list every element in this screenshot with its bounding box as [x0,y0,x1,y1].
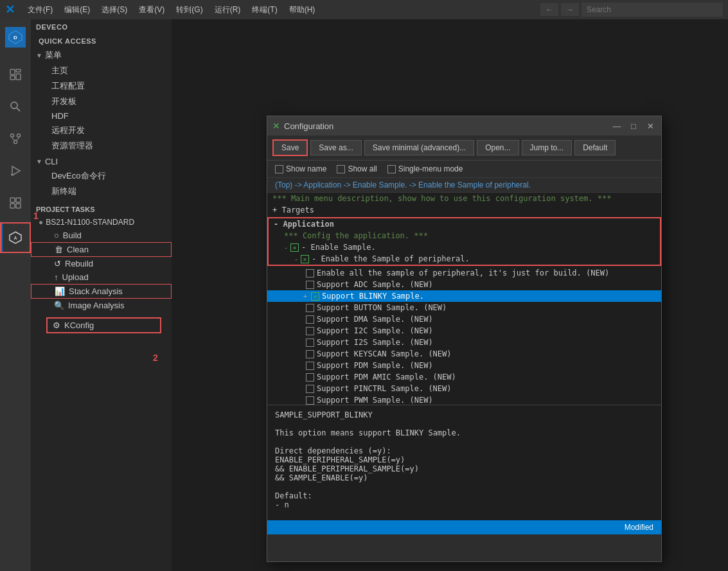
activity-deveco-icon[interactable]: A [0,222,31,253]
checkbox-dma[interactable] [306,315,314,324]
tree-item-pinctrl[interactable]: Support PINCTRL Sample. (NEW) [267,383,661,394]
menu-file[interactable]: 文件(F) [22,2,58,18]
activity-git-icon[interactable] [0,123,31,154]
sidebar-item-home[interactable]: 主页 [31,63,172,78]
sidebar-item-project-config[interactable]: 工程配置 [31,78,172,94]
tree-item-1[interactable]: Support ADC Sample. (NEW) [267,279,661,290]
checkbox-pinctrl[interactable] [306,385,314,393]
project-tasks-header: PROJECT TASKS [31,200,172,216]
dialog-title-controls: — □ ✕ [611,120,656,132]
save-as-button[interactable]: Save as... [310,140,361,155]
show-name-checkbox[interactable]: Show name [275,164,326,173]
annotation-label-2: 2 [153,353,158,363]
menu-edit[interactable]: 编辑(E) [59,2,95,18]
menu-goto[interactable]: 转到(G) [171,2,208,18]
checkbox-blinky[interactable]: ✕ [311,292,319,301]
tree-item-0[interactable]: Enable all the sample of peripheral, it'… [267,267,661,279]
enable-peripheral-checkbox[interactable]: ✕ [301,255,309,263]
task-clean[interactable]: 🗑 Clean [31,242,172,257]
checkbox-pwm[interactable] [306,396,314,405]
nav-back-button[interactable]: ← [540,3,558,16]
new-terminal-label: 新终端 [51,186,76,197]
sidebar-item-new-terminal[interactable]: 新终端 [31,184,172,199]
task-build-label: Build [63,231,82,240]
enable-sample-checkbox[interactable]: ✕ [290,243,299,252]
checkbox-pdm[interactable] [306,362,314,370]
tree-targets[interactable]: + Targets [267,204,661,216]
menu-group-header[interactable]: ▼ 菜单 [31,48,172,63]
task-kconfig[interactable]: ⚙ KConfig [46,317,161,333]
stack-analysis-icon: 📊 [55,286,65,296]
task-upload[interactable]: ↑ Upload [31,270,172,284]
svg-line-7 [17,108,20,111]
dialog-minimize-button[interactable]: — [611,120,623,132]
kconfig-label: KConfig [64,321,94,330]
cli-group-header[interactable]: ▼ CLI [31,155,172,168]
sidebar-item-resource[interactable]: 资源管理器 [31,138,172,154]
sidebar-item-devboard[interactable]: 开发板 [31,94,172,109]
kconfig-item-wrapper: ⚙ KConfig [36,315,166,336]
menu-view[interactable]: 查看(V) [134,2,170,18]
open-button[interactable]: Open... [477,140,519,155]
project-device[interactable]: ● BS21-N1100-STANDARD [31,216,172,229]
menu-help[interactable]: 帮助(H) [284,2,321,18]
dialog-title-bar: ✕ Configuration — □ ✕ [267,116,661,136]
svg-rect-14 [16,198,21,202]
dialog-close-button[interactable]: ✕ [644,120,656,132]
tree-item-i2s[interactable]: Support I2S Sample. (NEW) [267,337,661,348]
menu-group-label: 菜单 [45,49,62,61]
svg-point-8 [11,134,14,137]
dialog-checkboxes: Show name Show all Single-menu mode [267,161,661,178]
show-all-checkbox[interactable]: Show all [337,164,377,173]
task-image-analysis[interactable]: 🔍 Image Analysis [31,299,172,312]
nav-forward-button[interactable]: → [561,3,579,16]
checkbox-0[interactable] [306,269,314,277]
save-minimal-button[interactable]: Save minimal (advanced)... [364,140,474,155]
checkbox-pdm-amic[interactable] [306,373,314,382]
tree-enable-sample[interactable]: - ✕ - Enable Sample. [269,242,660,253]
checkbox-button[interactable] [306,304,314,312]
activity-explorer-icon[interactable] [0,59,31,90]
tree-item-blinky[interactable]: + ✕ Support BLINKY Sample. [267,290,661,302]
checkbox-i2c[interactable] [306,327,314,335]
sidebar-item-hdf[interactable]: HDF [31,109,172,123]
tree-item-dma[interactable]: Support DMA Sample. (NEW) [267,313,661,325]
checkbox-i2s[interactable] [306,338,314,347]
show-all-box [337,165,345,173]
checkbox-keyscan[interactable] [306,350,314,358]
menu-select[interactable]: 选择(S) [96,2,132,18]
sidebar-item-deveco-cmd[interactable]: DevEco命令行 [31,168,172,184]
info-line-6: ENABLE_PERIPHERAL_SAMPLE(=y) [275,455,653,464]
activity-run-icon[interactable] [0,155,31,186]
menu-run[interactable]: 运行(R) [209,2,246,18]
checkbox-1[interactable] [306,281,314,289]
single-menu-checkbox[interactable]: Single-menu mode [387,164,463,173]
deveco-logo-icon[interactable]: D [0,22,31,53]
tree-enable-peripheral[interactable]: - ✕ - Enable the Sample of peripheral. [269,253,660,265]
jump-to-button[interactable]: Jump to... [522,140,573,155]
task-rebuild[interactable]: ↺ Rebuild [31,257,172,270]
tree-item-keyscan[interactable]: Support KEYSCAN Sample. (NEW) [267,348,661,360]
blinky-expand-icon: + [303,293,307,300]
task-build[interactable]: ○ Build [31,229,172,242]
menu-terminal[interactable]: 终端(T) [247,2,282,18]
status-modified-label: Modified [625,523,653,532]
dialog-title-label: Configuration [284,121,333,131]
sidebar-item-remote[interactable]: 远程开发 [31,123,172,138]
devboard-label: 开发板 [51,96,76,107]
tree-item-pdm[interactable]: Support PDM Sample. (NEW) [267,360,661,371]
dialog-maximize-button[interactable]: □ [628,120,639,132]
save-button[interactable]: Save [272,139,308,156]
activity-search-icon[interactable] [0,91,31,122]
project-config-label: 工程配置 [51,80,85,92]
activity-extensions-icon[interactable] [0,188,31,218]
task-stack-analysis[interactable]: 📊 Stack Analysis [31,284,172,299]
tree-item-pwm[interactable]: Support PWM Sample. (NEW) [267,394,661,405]
deveco-cmd-label: DevEco命令行 [51,170,106,182]
tree-item-button[interactable]: Support BUTTON Sample. (NEW) [267,302,661,313]
tree-item-pdm-amic[interactable]: Support PDM AMIC Sample. (NEW) [267,371,661,383]
tree-item-i2c[interactable]: Support I2C Sample. (NEW) [267,325,661,337]
tree-application-header[interactable]: - Application [269,218,660,230]
search-input[interactable] [582,3,723,17]
default-button[interactable]: Default [574,140,616,155]
